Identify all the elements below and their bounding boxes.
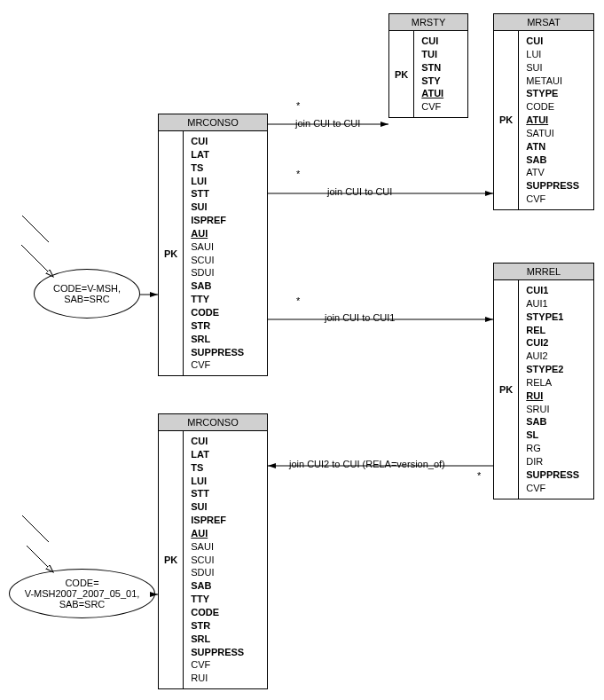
filter-ellipse-msh: CODE=V-MSH, SAB=SRC [34, 269, 140, 319]
field: SATUI [526, 127, 579, 140]
table-mrsty: MRSTY PK CUITUISTNSTYATUICVF [388, 13, 468, 118]
field: SAB [526, 153, 579, 167]
field: CUI [191, 435, 244, 448]
field: CUI [526, 35, 579, 48]
ellipse-text: CODE=V-MSH, SAB=SRC [53, 283, 121, 304]
filter-ellipse-msh2007: CODE= V-MSH2007_2007_05_01, SAB=SRC [9, 569, 155, 618]
field: SAUI [191, 540, 244, 554]
field: SRL [191, 333, 244, 346]
field: SRUI [526, 403, 579, 416]
field: CODE [526, 100, 579, 114]
field: LAT [191, 448, 244, 461]
field: TUI [421, 48, 443, 61]
field: SCUI [191, 254, 244, 267]
table-mrconso-bottom: MRCONSO PK CUILATTSLUISTTSUIISPREFAUISAU… [158, 413, 268, 689]
table-title: MRCONSO [159, 414, 267, 431]
field: SUI [191, 201, 244, 214]
fields: CUILATTSLUISTTSUIISPREFAUISAUISCUISDUISA… [184, 431, 251, 688]
table-title: MRSTY [389, 14, 467, 31]
field: STYPE2 [526, 363, 579, 376]
field: AUI [191, 227, 244, 240]
star-label: * [296, 169, 300, 179]
field: TS [191, 161, 244, 175]
field: LAT [191, 148, 244, 161]
field: SUPPRESS [191, 346, 244, 359]
table-title: MRSAT [494, 14, 593, 31]
table-mrconso-top: MRCONSO PK CUILATTSLUISTTSUIISPREFAUISAU… [158, 114, 268, 376]
field: SUPPRESS [526, 179, 579, 193]
field: DIR [526, 455, 579, 468]
field: CUI1 [526, 284, 579, 297]
pk-label: PK [159, 431, 184, 688]
field: SDUI [191, 566, 244, 579]
join-label: join CUI to CUI1 [325, 312, 395, 323]
table-title: MRREL [494, 263, 593, 280]
fields: CUILUISUIMETAUISTYPECODEATUISATUIATNSABA… [519, 31, 586, 209]
field: METAUI [526, 75, 579, 88]
field: SAB [191, 279, 244, 293]
field: SUPPRESS [526, 468, 579, 482]
svg-line-7 [21, 245, 53, 277]
field: TS [191, 461, 244, 475]
field: SAB [526, 415, 579, 429]
field: STR [191, 619, 244, 633]
field: LUI [191, 475, 244, 488]
svg-line-8 [22, 515, 49, 542]
svg-line-6 [22, 216, 49, 242]
field: AUI2 [526, 350, 579, 363]
field: CVF [191, 658, 244, 672]
field: CVF [526, 193, 579, 206]
field: ATV [526, 166, 579, 179]
fields: CUILATTSLUISTTSUIISPREFAUISAUISCUISDUISA… [184, 131, 251, 375]
field: STYPE [526, 87, 579, 100]
table-mrsat: MRSAT PK CUILUISUIMETAUISTYPECODEATUISAT… [493, 13, 594, 210]
field: RG [526, 442, 579, 455]
field: ATN [526, 140, 579, 153]
field: CUI2 [526, 336, 579, 350]
field: LUI [526, 48, 579, 61]
field: CODE [191, 606, 244, 619]
field: ISPREF [191, 214, 244, 227]
field: CUI [421, 35, 443, 48]
join-label: join CUI2 to CUI (RELA=version_of) [289, 459, 445, 469]
field: CUI [191, 135, 244, 148]
field: RELA [526, 376, 579, 389]
field: REL [526, 324, 579, 337]
field: AUI1 [526, 297, 579, 311]
field: STT [191, 487, 244, 500]
field: STYPE1 [526, 311, 579, 324]
field: STN [421, 61, 443, 75]
pk-label: PK [494, 280, 519, 499]
field: RUI [191, 672, 244, 685]
star-label: * [296, 100, 300, 111]
star-label: * [477, 470, 481, 481]
field: CVF [191, 358, 244, 372]
field: SUI [191, 500, 244, 514]
field: STR [191, 319, 244, 333]
field: ATUI [526, 114, 579, 127]
fields: CUITUISTNSTYATUICVF [414, 31, 451, 117]
field: CODE [191, 306, 244, 319]
field: SRL [191, 633, 244, 646]
pk-label: PK [389, 31, 414, 117]
field: SAB [191, 579, 244, 593]
field: STY [421, 75, 443, 88]
field: SDUI [191, 266, 244, 279]
field: SCUI [191, 554, 244, 567]
pk-label: PK [494, 31, 519, 209]
ellipse-text: CODE= V-MSH2007_2007_05_01, SAB=SRC [25, 578, 140, 610]
star-label: * [296, 295, 300, 306]
svg-line-9 [27, 546, 53, 572]
field: RUI [526, 389, 579, 403]
field: STT [191, 187, 244, 201]
field: ISPREF [191, 514, 244, 527]
field: TTY [191, 293, 244, 306]
fields: CUI1AUI1STYPE1RELCUI2AUI2STYPE2RELARUISR… [519, 280, 586, 499]
field: SL [526, 429, 579, 442]
field: SAUI [191, 240, 244, 254]
table-title: MRCONSO [159, 114, 267, 131]
field: CVF [421, 100, 443, 114]
field: LUI [191, 175, 244, 188]
field: ATUI [421, 87, 443, 100]
field: CVF [526, 482, 579, 495]
